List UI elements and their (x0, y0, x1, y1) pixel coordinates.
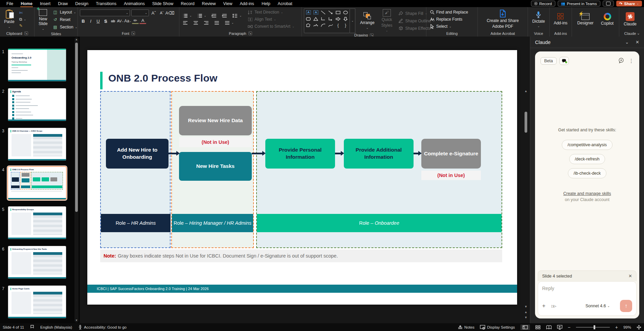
slide-sorter-view-button[interactable] (535, 325, 541, 329)
shrink-font-button[interactable]: Aˇ (158, 9, 165, 16)
tab-home[interactable]: Home (17, 0, 36, 7)
shape-block-arrow-right-icon[interactable] (334, 16, 342, 22)
grow-font-button[interactable]: Aˆ (150, 9, 157, 16)
align-center-button[interactable] (192, 20, 200, 25)
zoom-out-button[interactable]: − (568, 325, 571, 330)
record-button[interactable]: Record (531, 1, 555, 6)
tab-animations[interactable]: Animations (120, 0, 149, 7)
zoom-level[interactable]: 99% (623, 325, 631, 329)
notes-toggle[interactable]: Notes (458, 325, 474, 329)
skill-pill-ib-check-deck[interactable]: /ib-check-deck (568, 168, 607, 178)
tab-record[interactable]: Record (177, 0, 198, 7)
shape-elbow-arrow-icon[interactable] (327, 16, 334, 22)
language-selector[interactable]: English (Malaysia) (40, 325, 72, 329)
shape-oval-icon[interactable] (342, 9, 349, 16)
reply-input-card[interactable]: Reply + ▷▷ Sonnet 4.6⌄ ↑ (538, 281, 637, 316)
align-right-button[interactable] (202, 20, 210, 25)
flow-box-provide-personal-info[interactable]: Provide Personal Information (265, 139, 335, 169)
flow-box-provide-additional-info[interactable]: Provide Additional Information (344, 139, 414, 169)
font-color-button[interactable]: A (139, 18, 146, 24)
role-bar-onboardee[interactable]: Role – Onboardee (257, 214, 502, 232)
paste-button[interactable]: Paste⌄ (2, 9, 17, 29)
font-size-combobox[interactable]: ⌄ (131, 9, 149, 16)
accessibility-status[interactable]: Accessibility: Good to go (78, 325, 127, 330)
tab-draw[interactable]: Draw (54, 0, 71, 7)
shape-elbow-icon[interactable] (319, 16, 327, 22)
shape-brace-left-icon[interactable]: { (334, 22, 342, 28)
clipboard-dialog-launcher[interactable]: ↘ (24, 31, 28, 35)
tab-design[interactable]: Design (71, 0, 92, 7)
shape-gallery[interactable]: { } (304, 8, 350, 33)
slide-thumb-6[interactable]: 6 Onboarding Program & New Hire Tasks (0, 246, 66, 279)
skill-pill-deck-refresh[interactable]: /deck-refresh (569, 154, 605, 164)
slide-thumb-1[interactable]: 1 Onboarding 2.0 Training Workshop (0, 49, 66, 81)
font-dialog-launcher[interactable]: ↘ (131, 31, 135, 35)
shape-vertical-textbox-icon[interactable] (312, 9, 319, 16)
convert-to-smartart-button[interactable]: Convert to SmartArt⌄ (246, 24, 296, 29)
format-painter-button[interactable]: ✎ (18, 23, 27, 28)
thumbnails-scrollbar[interactable]: ▲ ▼ (74, 37, 79, 323)
zoom-in-button[interactable]: + (615, 325, 618, 330)
comments-button[interactable] (603, 1, 614, 6)
section-button[interactable]: ▤Section⌄ (51, 24, 79, 30)
tab-view[interactable]: View (220, 0, 236, 7)
zoom-slider-thumb[interactable] (594, 325, 595, 329)
shape-triangle-icon[interactable] (312, 16, 319, 22)
spell-check-icon[interactable] (30, 325, 34, 330)
zoom-slider[interactable] (576, 327, 610, 328)
slide-title[interactable]: ONB 2.0 Process Flow (108, 72, 217, 84)
panel-close-icon[interactable]: ✕ (636, 40, 639, 45)
slide-note[interactable]: Note: Gray boxes indicate steps Not in U… (100, 249, 502, 262)
tab-transitions[interactable]: Transitions (92, 0, 120, 7)
shape-arrow-icon[interactable] (327, 9, 334, 16)
change-case-button[interactable]: Aa⌄ (125, 18, 131, 24)
numbering-button[interactable]: ⌄ (196, 13, 208, 18)
shape-freeform-icon[interactable] (305, 22, 312, 28)
dictate-button[interactable]: Dictate⌄ (530, 10, 547, 29)
slide-thumb-2[interactable]: 2 Agenda (0, 88, 66, 121)
find-replace-button[interactable]: Find and Replace (428, 9, 469, 15)
flow-box-complete-esignature[interactable]: Complete e-Signature (421, 139, 481, 169)
paragraph-dialog-launcher[interactable]: ↘ (248, 31, 252, 35)
slide-thumb-7[interactable]: 7 Home Page Cards (0, 286, 66, 318)
more-shapes-button[interactable]: ⌄ (350, 8, 355, 33)
tab-add-ins[interactable]: Add-ins (236, 0, 258, 7)
character-spacing-button[interactable]: AV⌄ (117, 18, 124, 24)
font-name-combobox[interactable]: ⌄ (80, 9, 130, 16)
present-in-teams-button[interactable]: 👥Present in Teams (558, 1, 600, 6)
normal-view-button[interactable] (520, 325, 530, 330)
slide-thumb-5[interactable]: 5 Responsibility Groups (0, 206, 66, 239)
text-shadow-button[interactable]: S (102, 18, 109, 24)
copy-button[interactable]: ⧉⌄ (18, 17, 27, 22)
send-button[interactable]: ↑ (620, 300, 632, 312)
slide-4-editing-surface[interactable]: ONB 2.0 Process Flow Add New Hire to Onb… (87, 50, 517, 305)
reset-button[interactable]: ↺Reset (51, 17, 79, 23)
shape-brace-right-icon[interactable]: } (342, 22, 349, 28)
collapse-ribbon-icon[interactable]: ⌄ (637, 31, 640, 36)
model-selector[interactable]: Sonnet 4.6⌄ (585, 304, 610, 308)
next-slide-button[interactable]: ▼ (524, 316, 528, 319)
shape-scribble-icon[interactable] (312, 22, 319, 28)
role-bar-hiring-manager[interactable]: Role – Hiring Manager / HR Admins (172, 214, 253, 232)
display-settings-button[interactable]: Display Settings (480, 325, 515, 330)
strikethrough-button[interactable]: ab (110, 18, 116, 24)
decrease-indent-button[interactable] (210, 13, 218, 18)
slide-thumb-4-selected[interactable]: 4 ONB 2.0 Process Flow (0, 167, 66, 199)
new-slide-button[interactable]: New Slide⌄ (37, 8, 50, 31)
role-bar-hr-admins[interactable]: Role – HR Admins (101, 214, 171, 232)
tab-review[interactable]: Review (198, 0, 220, 7)
columns-button[interactable]: ⌄ (223, 20, 235, 25)
flow-box-new-hire-tasks[interactable]: New Hire Tasks (179, 152, 252, 181)
underline-button[interactable]: U (95, 18, 102, 24)
fit-to-window-button[interactable] (637, 325, 641, 330)
scroll-down-icon[interactable]: ▼ (524, 305, 528, 308)
share-button[interactable]: ↷Share ⌄ (616, 1, 642, 6)
highlight-color-button[interactable]: ✏ (132, 18, 139, 24)
selection-close-icon[interactable]: ✕ (628, 273, 632, 279)
flow-box-add-new-hire[interactable]: Add New Hire to Onboarding (106, 139, 169, 169)
tab-acrobat[interactable]: Acrobat (274, 0, 296, 7)
slide-thumb-3[interactable]: 3 ONB 2.0 Overview — ICBCI Scope (0, 128, 66, 160)
align-text-button[interactable]: Align Text⌄ (246, 17, 296, 22)
arrange-button[interactable]: Arrange⌄ (358, 12, 377, 30)
increase-indent-button[interactable] (221, 13, 228, 18)
